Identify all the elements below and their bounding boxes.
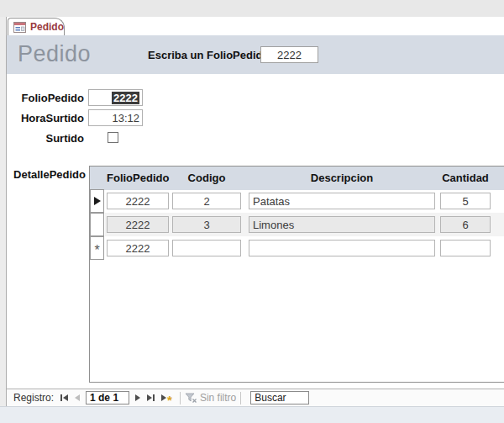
search-input[interactable]: Buscar	[250, 391, 309, 404]
cell-descripcion[interactable]: Patatas	[249, 193, 435, 209]
cell-cantidad[interactable]: 6	[440, 216, 491, 233]
first-record-button[interactable]	[57, 393, 71, 403]
record-selector-new[interactable]: *	[90, 236, 104, 260]
last-record-button[interactable]	[144, 393, 158, 403]
new-record-asterisk-icon: *	[94, 247, 99, 254]
record-selector[interactable]	[90, 213, 104, 236]
table-row: 2222 2 Patatas 5	[105, 189, 504, 213]
cell-foliopedido[interactable]: 2222	[107, 216, 169, 233]
window-top-margin	[0, 0, 504, 17]
subform-column-headers: FolioPedido Codigo Descripcion Cantidad	[90, 167, 504, 190]
hora-field-label: HoraSurtido	[10, 112, 84, 124]
form-header: Pedido Escriba un FolioPedido 2222	[7, 35, 504, 74]
cell-descripcion[interactable]	[249, 240, 435, 256]
cell-codigo[interactable]: 2	[172, 193, 241, 209]
cell-codigo[interactable]: 3	[172, 216, 241, 233]
cell-cantidad[interactable]	[440, 240, 491, 256]
next-record-button[interactable]	[132, 393, 144, 403]
record-position-box[interactable]: 1 de 1	[86, 391, 129, 404]
column-header-cantidad: Cantidad	[440, 172, 491, 184]
tab-label: Pedido	[30, 21, 64, 33]
table-row: 2222	[105, 236, 504, 260]
divider	[240, 392, 241, 404]
document-tab-bar	[7, 17, 504, 35]
tab-pedido[interactable]: Pedido	[8, 18, 65, 35]
filter-status-label[interactable]: Sin filtro	[200, 392, 236, 404]
record-navigator: Registro: 1 de 1 * Sin filtro Buscar	[7, 389, 504, 406]
previous-record-button[interactable]	[71, 393, 83, 403]
folio-field-label: FolioPedido	[10, 92, 84, 104]
cell-descripcion[interactable]: Limones	[249, 216, 435, 233]
window-bottom-margin	[0, 406, 504, 423]
detallepedido-subform: FolioPedido Codigo Descripcion Cantidad …	[89, 166, 504, 383]
page-title: Pedido	[18, 41, 91, 67]
new-record-button[interactable]: *	[158, 392, 176, 404]
record-navigator-label: Registro:	[13, 392, 54, 404]
column-header-codigo: Codigo	[172, 172, 241, 184]
cell-foliopedido[interactable]: 2222	[107, 240, 169, 256]
surtido-field-label: Surtido	[10, 132, 84, 145]
folio-prompt-label: Escriba un FolioPedido	[148, 49, 269, 61]
table-row: 2222 3 Limones 6	[105, 213, 504, 236]
current-record-arrow-icon	[94, 197, 101, 205]
filter-icon	[185, 393, 197, 404]
folio-field-input[interactable]: 2222	[88, 89, 143, 106]
column-header-descripcion: Descripcion	[249, 172, 435, 184]
cell-codigo[interactable]	[172, 240, 241, 256]
record-selector-current[interactable]	[90, 189, 104, 213]
folio-prompt-input[interactable]: 2222	[260, 46, 318, 63]
window-left-margin	[0, 17, 7, 406]
cell-cantidad[interactable]: 5	[440, 193, 491, 209]
hora-field-input[interactable]: 13:12	[88, 109, 143, 126]
form-icon	[13, 22, 26, 33]
surtido-checkbox[interactable]	[108, 132, 118, 143]
column-header-foliopedido: FolioPedido	[107, 172, 169, 184]
cell-foliopedido[interactable]: 2222	[107, 193, 169, 209]
access-window: Pedido Pedido Escriba un FolioPedido 222…	[0, 0, 504, 423]
divider	[180, 392, 181, 404]
subform-label: DetallePedido	[12, 168, 86, 181]
selected-value: 2222	[112, 92, 139, 104]
